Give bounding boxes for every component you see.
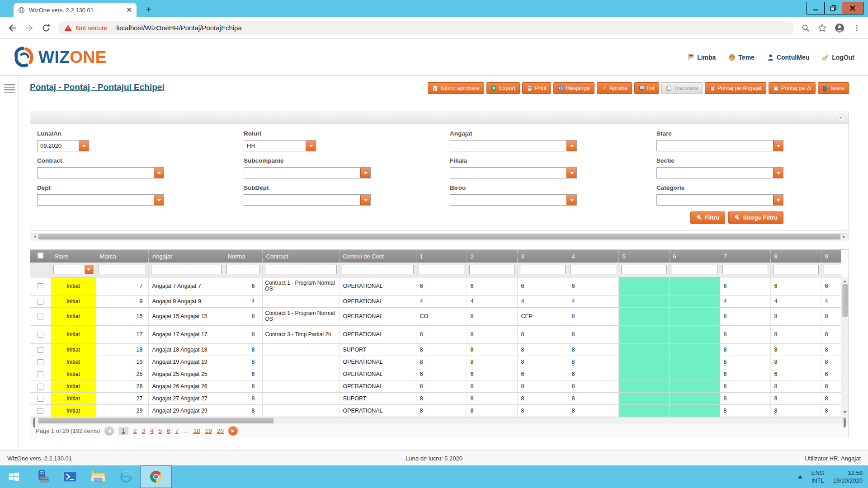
column-filter-input-contract[interactable] — [265, 265, 337, 274]
sterge-filtru-button[interactable]: Sterge Filtru — [728, 211, 783, 224]
chrome-icon[interactable] — [140, 465, 172, 488]
scroll-left-icon[interactable] — [31, 235, 38, 239]
file-explorer-icon[interactable] — [84, 465, 112, 488]
minimize-button[interactable] — [807, 2, 825, 14]
scrollbar-thumb[interactable] — [38, 418, 274, 423]
filter-horizontal-scrollbar[interactable] — [30, 233, 849, 240]
start-button[interactable] — [0, 465, 28, 488]
page-link-18[interactable]: 18 — [193, 427, 200, 434]
print-button[interactable]: Print — [522, 82, 551, 94]
row-checkbox[interactable] — [38, 283, 43, 289]
dropdown-arrow-icon[interactable] — [566, 168, 576, 178]
scrollbar-thumb[interactable] — [38, 234, 840, 239]
column-header-8[interactable]: 8 — [770, 250, 821, 263]
dropdown-arrow-icon[interactable] — [773, 195, 783, 205]
powershell-icon[interactable] — [56, 465, 84, 488]
dropdown-arrow-icon[interactable] — [566, 195, 576, 205]
dropdown-arrow-icon[interactable] — [306, 141, 316, 151]
dropdown-arrow-icon[interactable] — [79, 141, 89, 151]
dropdown-arrow-icon[interactable] — [773, 141, 783, 151]
next-page-button[interactable] — [228, 426, 238, 436]
menu-item-limba[interactable]: Limba — [688, 54, 716, 61]
stare-filter-combo[interactable] — [53, 265, 94, 274]
aproba-button[interactable]: Aproba — [597, 82, 632, 94]
column-header-contract[interactable]: Contract — [262, 250, 339, 263]
dropdown-arrow-icon[interactable] — [566, 141, 576, 151]
filter-dropdown-filiala[interactable] — [450, 167, 577, 178]
row-checkbox[interactable] — [38, 314, 43, 319]
column-filter-input-d7[interactable] — [722, 265, 768, 274]
page-link-2[interactable]: 2 — [133, 427, 137, 434]
row-checkbox[interactable] — [38, 371, 43, 377]
filtru-button[interactable]: Filtru — [690, 211, 726, 224]
column-filter-input-d8[interactable] — [773, 265, 819, 274]
istoric-aprobare-button[interactable]: Istoric aprobare — [428, 82, 484, 94]
filter-dropdown-roluri[interactable]: HR — [244, 140, 316, 151]
address-bar[interactable]: Not secure localhost/WizOneHR/Pontaj/Pon… — [58, 21, 794, 35]
dropdown-arrow-icon[interactable] — [154, 168, 164, 178]
column-filter-input-marca[interactable] — [99, 265, 146, 274]
page-link-4[interactable]: 4 — [150, 427, 154, 434]
bookmark-star-icon[interactable] — [818, 23, 826, 32]
column-filter-input-d3[interactable] — [520, 265, 566, 274]
respinge-button[interactable]: Respinge — [553, 82, 594, 94]
filter-dropdown-birou[interactable] — [450, 194, 577, 206]
export-button[interactable]: Export — [486, 82, 520, 94]
filter-dropdown-dept[interactable] — [37, 194, 164, 206]
grid-vertical-scrollbar[interactable] — [841, 277, 849, 417]
page-link-7[interactable]: 7 — [175, 427, 179, 434]
collapse-filters-button[interactable] — [837, 114, 845, 122]
column-header-3[interactable]: 3 — [517, 250, 568, 263]
row-checkbox[interactable] — [38, 332, 43, 338]
filter-dropdown-luna-an[interactable]: 09.2020 — [37, 140, 89, 151]
search-icon[interactable] — [802, 24, 810, 32]
refresh-icon[interactable] — [42, 23, 51, 33]
pontaj-pe-zi-button[interactable]: Pontaj pe Zi — [769, 82, 816, 94]
column-header-marca[interactable]: Marca — [96, 250, 148, 263]
init-button[interactable]: Init — [634, 82, 659, 94]
page-link-3[interactable]: 3 — [142, 427, 145, 434]
scroll-right-icon[interactable] — [841, 235, 848, 239]
restore-button[interactable] — [824, 2, 842, 14]
filter-dropdown-angajat[interactable] — [450, 140, 577, 151]
menu-dots-icon[interactable] — [853, 24, 861, 32]
page-link-20[interactable]: 20 — [217, 427, 224, 434]
scroll-right-icon[interactable] — [844, 419, 848, 427]
select-all-checkbox[interactable] — [38, 253, 43, 258]
forward-icon[interactable] — [24, 23, 34, 33]
iesire-button[interactable]: Iesire — [818, 82, 849, 94]
menu-item-teme[interactable]: Teme — [728, 54, 755, 61]
pontaj-pe-angajat-button[interactable]: Pontaj pe Angajat — [705, 82, 766, 94]
filter-dropdown-subdept[interactable] — [244, 194, 371, 206]
clock[interactable]: 12:59 19/10/2020 — [833, 469, 863, 484]
column-header-9[interactable]: 9 — [821, 250, 841, 263]
column-header-centrul-de-cost[interactable]: Centrul de Cost — [339, 250, 416, 263]
scrollbar-thumb[interactable] — [842, 284, 848, 317]
dropdown-arrow-icon[interactable] — [360, 195, 370, 205]
language-indicator[interactable]: ENG INTL — [811, 469, 824, 484]
dropdown-arrow-icon[interactable] — [360, 168, 370, 178]
column-header-5[interactable]: 5 — [618, 250, 669, 263]
new-tab-button[interactable]: + — [144, 5, 154, 14]
grid-horizontal-scrollbar[interactable] — [30, 417, 849, 424]
filter-dropdown-contract[interactable] — [37, 167, 164, 178]
column-filter-input-d5[interactable] — [621, 265, 667, 274]
tray-expand-icon[interactable] — [798, 473, 802, 479]
close-button[interactable] — [842, 2, 863, 14]
dropdown-arrow-icon[interactable] — [773, 168, 783, 178]
column-filter-input-centru[interactable] — [342, 265, 414, 274]
column-header-4[interactable]: 4 — [568, 250, 618, 263]
column-filter-input-d6[interactable] — [672, 265, 717, 274]
column-filter-input-d2[interactable] — [469, 265, 515, 274]
column-header-6[interactable]: 6 — [669, 250, 720, 263]
filter-dropdown-subcompanie[interactable] — [244, 167, 371, 178]
combo-arrow-icon[interactable] — [85, 265, 93, 274]
column-filter-input-d4[interactable] — [571, 265, 616, 274]
tab-close-icon[interactable]: ✕ — [126, 6, 132, 14]
server-manager-icon[interactable] — [28, 465, 56, 488]
column-header-2[interactable]: 2 — [467, 250, 517, 263]
select-all-header[interactable] — [30, 250, 51, 263]
row-checkbox[interactable] — [38, 347, 43, 353]
filter-dropdown-stare[interactable] — [656, 140, 783, 151]
column-header-7[interactable]: 7 — [720, 250, 770, 263]
